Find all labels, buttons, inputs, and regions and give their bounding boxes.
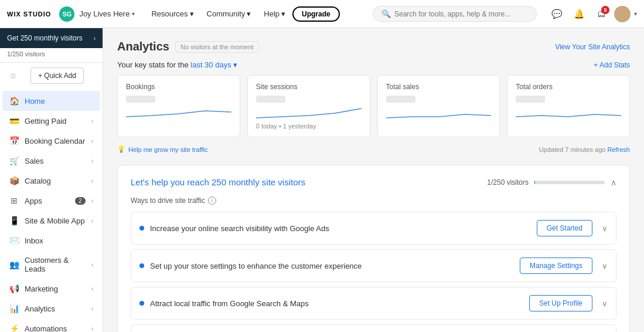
monthly-visitors-banner[interactable]: Get 250 monthly visitors › xyxy=(0,28,103,48)
traffic-item-social-media: Announce your site with personalized pos… xyxy=(131,324,616,332)
nav-resources[interactable]: Resources ▾ xyxy=(145,6,199,21)
total-orders-card: Total orders xyxy=(507,75,630,137)
sidebar-navigation: 🏠 Home 💳 Getting Paid › 📅 Booking Calend… xyxy=(0,89,103,332)
traffic-item-chevron[interactable]: ∨ xyxy=(602,299,608,308)
brand-logo: WIX STUDIO xyxy=(7,11,51,18)
visitor-count-label: 1/250 visitors xyxy=(0,48,103,63)
search-bar[interactable]: 🔍 xyxy=(373,6,537,22)
sidebar-item-home[interactable]: 🏠 Home xyxy=(2,91,100,111)
nav-community[interactable]: Community ▾ xyxy=(201,6,257,21)
sidebar-item-apps[interactable]: ⊞ Apps 2 › xyxy=(2,191,100,211)
nav-help[interactable]: Help ▾ xyxy=(258,6,291,21)
inbox-icon: ✉️ xyxy=(9,236,19,245)
analytics-header: Analytics No visitors at the moment View… xyxy=(117,40,630,53)
traffic-item-chevron[interactable]: ∨ xyxy=(602,262,608,270)
apps-icon: ⊞ xyxy=(9,196,19,205)
sidebar-top-row: ☆ + Quick Add xyxy=(0,63,103,89)
updated-text: Updated 7 minutes ago xyxy=(539,146,606,153)
user-avatar-initials[interactable]: SG xyxy=(59,6,74,22)
quick-add-button[interactable]: + Quick Add xyxy=(30,67,84,84)
search-icon: 🔍 xyxy=(381,9,391,18)
chevron-down-icon: ▾ xyxy=(281,9,285,18)
traffic-item-store-settings: Set up your store settings to enhance th… xyxy=(131,249,616,282)
visitors-count-row: 1/250 visitors ∧ xyxy=(487,178,616,187)
sidebar-item-analytics[interactable]: 📊 Analytics › xyxy=(2,299,100,319)
chevron-right-icon: › xyxy=(91,262,93,268)
chevron-right-icon: › xyxy=(91,306,93,312)
home-icon: 🏠 xyxy=(9,96,19,106)
no-visitors-badge: No visitors at the moment xyxy=(175,41,259,53)
sidebar-item-label: Inbox xyxy=(25,236,93,245)
bullet-icon xyxy=(139,301,144,306)
site-selector[interactable]: Joy Lives Here ▾ xyxy=(79,9,135,18)
mobile-icon: 📱 xyxy=(9,216,19,225)
search-input[interactable] xyxy=(394,10,528,18)
visitors-link[interactable]: 250 monthly site visitors xyxy=(212,177,305,187)
analytics-title: Analytics xyxy=(117,40,169,53)
period-selector[interactable]: last 30 days xyxy=(190,60,231,69)
sidebar-item-booking-calendar[interactable]: 📅 Booking Calendar › xyxy=(2,131,100,151)
top-nav-icons: 💬 🔔 🗂 5 ▾ xyxy=(547,5,637,23)
site-selector-chevron: ▾ xyxy=(132,11,135,17)
visitors-collapse-chevron[interactable]: ∧ xyxy=(611,178,616,187)
sidebar-item-marketing[interactable]: 📢 Marketing › xyxy=(2,279,100,299)
orders-chart xyxy=(516,105,621,119)
sidebar-item-automations[interactable]: ⚡ Automations › xyxy=(2,319,100,332)
help-grow-link[interactable]: 💡 Help me grow my site traffic xyxy=(117,145,208,153)
bullet-icon xyxy=(139,263,144,268)
sidebar-item-sales[interactable]: 🛒 Sales › xyxy=(2,151,100,171)
get-started-button[interactable]: Get Started xyxy=(537,220,592,236)
apps-icon-button[interactable]: 🗂 5 xyxy=(592,5,611,23)
user-menu-chevron[interactable]: ▾ xyxy=(634,11,637,17)
chat-icon-button[interactable]: 💬 xyxy=(547,5,566,23)
manage-settings-button[interactable]: Manage Settings xyxy=(520,258,592,274)
refresh-button[interactable]: Refresh xyxy=(607,146,630,153)
chevron-right-icon: › xyxy=(91,178,93,184)
set-up-profile-button[interactable]: Set Up Profile xyxy=(529,295,592,311)
sidebar-item-label: Apps xyxy=(25,197,69,205)
bullet-icon xyxy=(139,226,144,231)
sidebar-item-getting-paid[interactable]: 💳 Getting Paid › xyxy=(2,111,100,131)
sidebar-item-catalog[interactable]: 📦 Catalog › xyxy=(2,171,100,191)
catalog-icon: 📦 xyxy=(9,176,19,185)
info-icon[interactable]: i xyxy=(208,197,216,205)
sidebar-item-label: Getting Paid xyxy=(25,117,86,126)
marketing-icon: 📢 xyxy=(9,284,19,293)
chevron-down-icon: ▾ xyxy=(247,9,251,18)
orders-title: Total orders xyxy=(516,83,621,91)
sales-title: Total sales xyxy=(386,83,492,91)
customers-icon: 👥 xyxy=(9,260,19,269)
top-navigation: WIX STUDIO SG Joy Lives Here ▾ Resources… xyxy=(0,0,644,28)
sidebar-item-label: Marketing xyxy=(25,284,86,293)
key-stats-bar: Your key stats for the last 30 days ▾ + … xyxy=(117,60,630,69)
sessions-chart xyxy=(256,105,362,119)
bell-icon-button[interactable]: 🔔 xyxy=(570,5,588,23)
sessions-extra: 0 today • 1 yesterday xyxy=(256,123,362,130)
sidebar-item-label: Home xyxy=(25,97,93,106)
view-analytics-link[interactable]: View Your Site Analytics xyxy=(555,43,630,51)
add-stats-button[interactable]: + Add Stats xyxy=(594,61,630,69)
star-icon[interactable]: ☆ xyxy=(5,67,21,84)
total-sales-card: Total sales xyxy=(377,75,500,137)
analytics-icon: 📊 xyxy=(9,304,19,313)
user-profile-avatar[interactable] xyxy=(614,6,631,22)
bookings-chart xyxy=(126,105,231,119)
sidebar-item-label: Customers & Leads xyxy=(25,256,86,273)
visitors-count-text: 1/250 visitors xyxy=(487,178,529,187)
bookings-card: Bookings xyxy=(117,75,240,137)
sidebar-item-customers-leads[interactable]: 👥 Customers & Leads › xyxy=(2,250,100,279)
traffic-item-chevron[interactable]: ∨ xyxy=(602,224,608,233)
key-stats-label: Your key stats for the last 30 days ▾ xyxy=(117,60,237,69)
traffic-text: Increase your online search visibility w… xyxy=(150,224,531,233)
period-chevron[interactable]: ▾ xyxy=(233,60,237,69)
site-name: Joy Lives Here xyxy=(79,9,130,18)
sidebar-item-inbox[interactable]: ✉️ Inbox xyxy=(2,231,100,250)
sidebar-item-label: Site & Mobile App xyxy=(25,216,86,225)
sidebar-item-label: Booking Calendar xyxy=(25,137,86,145)
sidebar-item-site-mobile-app[interactable]: 📱 Site & Mobile App › xyxy=(2,211,100,231)
chevron-right-icon: › xyxy=(91,138,93,144)
chevron-down-icon: ▾ xyxy=(190,9,194,18)
upgrade-button[interactable]: Upgrade xyxy=(292,6,340,22)
visitors-progress-bar xyxy=(534,181,605,184)
calendar-icon: 📅 xyxy=(9,136,19,145)
